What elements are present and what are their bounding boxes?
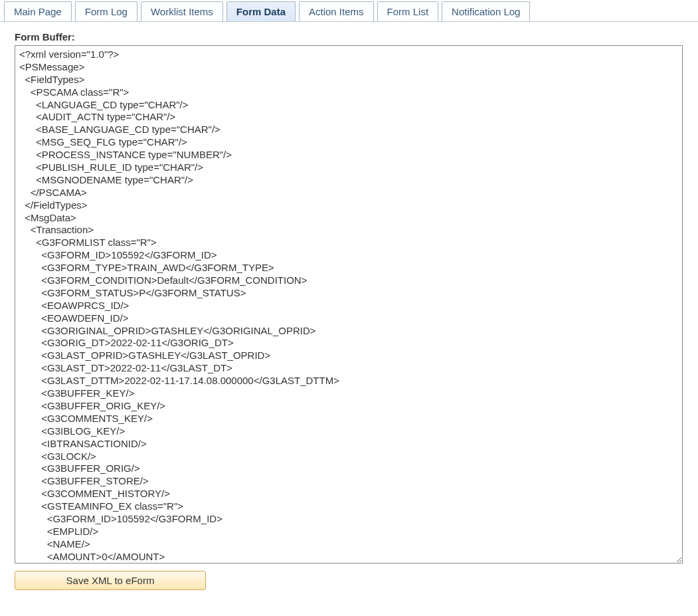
tab-action-items[interactable]: Action Items <box>299 1 374 21</box>
tab-main-page[interactable]: Main Page <box>4 1 72 21</box>
tab-form-data[interactable]: Form Data <box>226 1 296 21</box>
form-buffer-textarea[interactable] <box>15 45 683 564</box>
tab-form-log[interactable]: Form Log <box>75 1 137 21</box>
tab-notification-log[interactable]: Notification Log <box>442 1 530 21</box>
save-xml-button[interactable]: Save XML to eForm <box>15 571 206 590</box>
tab-worklist-items[interactable]: Worklist Items <box>141 1 223 21</box>
tab-bar: Main PageForm LogWorklist ItemsForm Data… <box>0 0 698 22</box>
tab-form-list[interactable]: Form List <box>377 1 439 21</box>
form-buffer-label: Form Buffer: <box>15 31 685 43</box>
